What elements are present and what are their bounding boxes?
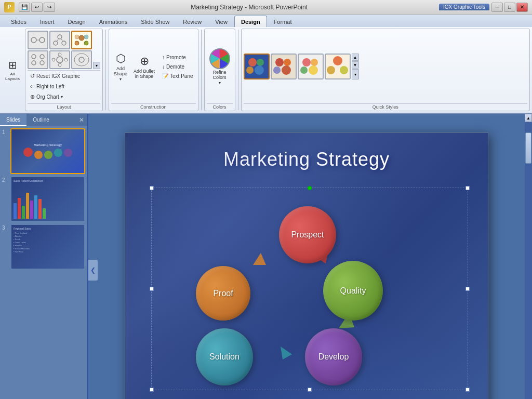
quick-styles-content: ▲ ▼ ▾ xyxy=(244,31,527,102)
all-layouts-btn[interactable]: ⊞ AllLayouts xyxy=(2,51,23,89)
text-pane-icon: 📝 xyxy=(162,73,168,79)
svg-line-6 xyxy=(57,38,59,42)
slide-canvas[interactable]: Marketing Strategy xyxy=(125,132,488,399)
slide-item-2[interactable]: 2 Sales Report Comparison xyxy=(2,176,85,222)
right-to-left-btn[interactable]: ⇐ Right to Left xyxy=(28,82,100,91)
quality-label: Quality xyxy=(340,286,366,296)
promote-icon: ↑ xyxy=(162,55,165,60)
redo-btn[interactable]: ↪ xyxy=(44,3,55,12)
tab-slides-panel[interactable]: Slides xyxy=(0,114,26,126)
qs-style-2[interactable] xyxy=(271,54,297,79)
tab-insert[interactable]: Insert xyxy=(33,16,61,27)
tab-format[interactable]: Format xyxy=(267,16,299,27)
sel-handle-tc[interactable] xyxy=(308,186,312,190)
slide-thumb-1[interactable]: Marketing Strategy xyxy=(10,128,85,174)
slide-item-1[interactable]: 1 Marketing Strategy xyxy=(2,128,85,174)
add-shape-btn[interactable]: ⬡ Add Shape ▾ xyxy=(111,50,130,83)
svg-point-31 xyxy=(284,59,291,66)
develop-circle[interactable]: Develop xyxy=(305,328,362,385)
refine-colors-btn[interactable]: Refine Colors ▾ xyxy=(207,47,233,87)
layout-thumb-6[interactable] xyxy=(71,50,92,69)
solution-circle[interactable]: Solution xyxy=(196,328,253,385)
slide-num-3: 3 xyxy=(2,224,8,231)
slide-num-1: 1 xyxy=(2,128,8,135)
qs-style-1[interactable] xyxy=(244,54,270,79)
qs-scroll-down[interactable]: ▼ xyxy=(352,61,359,69)
svg-point-25 xyxy=(248,58,257,66)
nav-arrow-left[interactable]: ❮ xyxy=(88,260,98,281)
svg-point-3 xyxy=(58,35,62,39)
colors-dropdown-icon[interactable]: ▾ xyxy=(219,81,221,85)
svg-point-41 xyxy=(327,66,335,74)
scroll-track[interactable] xyxy=(525,122,532,399)
tab-design-igx[interactable]: Design xyxy=(234,16,267,27)
sel-handle-bl[interactable] xyxy=(150,388,154,392)
svg-point-10 xyxy=(84,41,88,45)
proof-circle[interactable]: Proof xyxy=(196,266,250,321)
close-btn[interactable]: ✕ xyxy=(516,3,528,12)
tab-slides[interactable]: Slides xyxy=(4,16,33,27)
qs-scroll-more[interactable]: ▾ xyxy=(352,69,359,79)
sel-handle-ml[interactable] xyxy=(150,287,154,291)
svg-point-15 xyxy=(32,61,36,65)
diagram-container[interactable]: Prospect Proof Quality Solution xyxy=(151,188,468,390)
add-bullet-btn[interactable]: ⊕ Add Bulletin Shape xyxy=(131,53,157,81)
layout-thumb-1[interactable] xyxy=(28,31,48,49)
construction-group: ⬡ Add Shape ▾ ⊕ Add Bulletin Shape ↑ Pro… xyxy=(109,29,198,111)
svg-point-26 xyxy=(257,59,264,66)
quality-circle[interactable]: Quality xyxy=(323,261,383,321)
layout-thumb-2[interactable] xyxy=(49,31,70,49)
slide-num-2: 2 xyxy=(2,176,8,183)
slides-panel-close[interactable]: ✕ xyxy=(76,114,87,126)
slide-title: Marketing Strategy xyxy=(125,133,488,170)
slide-thumb-3[interactable]: Regional Sales • New England • Atlantic … xyxy=(10,224,85,270)
svg-point-23 xyxy=(74,54,89,66)
promote-btn[interactable]: ↑ Promote xyxy=(159,53,195,62)
svg-point-22 xyxy=(79,57,84,62)
add-shape-icon: ⬡ xyxy=(116,52,126,65)
add-shape-dropdown[interactable]: ▾ xyxy=(119,77,122,82)
save-btn[interactable]: 💾 xyxy=(19,3,30,12)
layout-thumb-5[interactable] xyxy=(49,50,70,69)
slide-item-3[interactable]: 3 Regional Sales • New England • Atlanti… xyxy=(2,224,85,270)
rtl-icon: ⇐ xyxy=(30,83,35,90)
svg-point-14 xyxy=(40,55,44,59)
svg-point-12 xyxy=(84,35,88,39)
scroll-thumb[interactable] xyxy=(525,132,531,164)
layout-scroll-btn[interactable]: ▾ xyxy=(93,62,100,69)
org-chart-btn[interactable]: ⊛ Org Chart ▾ xyxy=(28,92,100,102)
text-pane-btn[interactable]: 📝 Text Pane xyxy=(159,72,195,81)
content-area: ❮ Marketing Strategy xyxy=(88,114,525,399)
ribbon: Slides Insert Design Animations Slide Sh… xyxy=(0,15,532,114)
prospect-circle[interactable]: Prospect xyxy=(279,206,336,263)
tab-view[interactable]: View xyxy=(208,16,234,27)
tab-design[interactable]: Design xyxy=(61,16,92,27)
reset-igx-btn[interactable]: ↺ Reset IGX Graphic xyxy=(28,71,100,81)
tab-slideshow[interactable]: Slide Show xyxy=(134,16,176,27)
slide-thumb-2[interactable]: Sales Report Comparison xyxy=(10,176,85,222)
sel-handle-tl[interactable] xyxy=(150,186,154,190)
layout-thumb-3[interactable] xyxy=(71,31,92,49)
sel-handle-br[interactable] xyxy=(466,388,470,392)
sel-handle-mr[interactable] xyxy=(466,287,470,291)
right-scrollbar: ▲ ▼ xyxy=(525,114,532,399)
orgchart-dropdown-icon: ▾ xyxy=(61,95,63,99)
maximize-btn[interactable]: □ xyxy=(504,3,515,12)
tab-review[interactable]: Review xyxy=(176,16,208,27)
demote-btn[interactable]: ↓ Demote xyxy=(159,62,195,71)
ribbon-content: ⊞ AllLayouts xyxy=(0,27,532,113)
svg-marker-47 xyxy=(253,253,266,265)
layout-thumb-4[interactable] xyxy=(28,50,48,69)
minimize-btn[interactable]: ─ xyxy=(491,3,503,12)
colors-content: Refine Colors ▾ xyxy=(207,31,233,102)
qs-style-3[interactable] xyxy=(298,54,324,79)
qs-scroll-up[interactable]: ▲ xyxy=(352,54,359,61)
tab-animations[interactable]: Animations xyxy=(92,16,134,27)
sel-handle-tr[interactable] xyxy=(466,186,470,190)
svg-point-0 xyxy=(31,37,36,43)
tab-outline-panel[interactable]: Outline xyxy=(26,114,56,126)
undo-btn[interactable]: ↩ xyxy=(31,3,43,12)
qs-style-4[interactable] xyxy=(325,54,351,79)
scroll-up-arrow[interactable]: ▲ xyxy=(525,114,532,122)
sel-handle-bc[interactable] xyxy=(308,388,312,392)
